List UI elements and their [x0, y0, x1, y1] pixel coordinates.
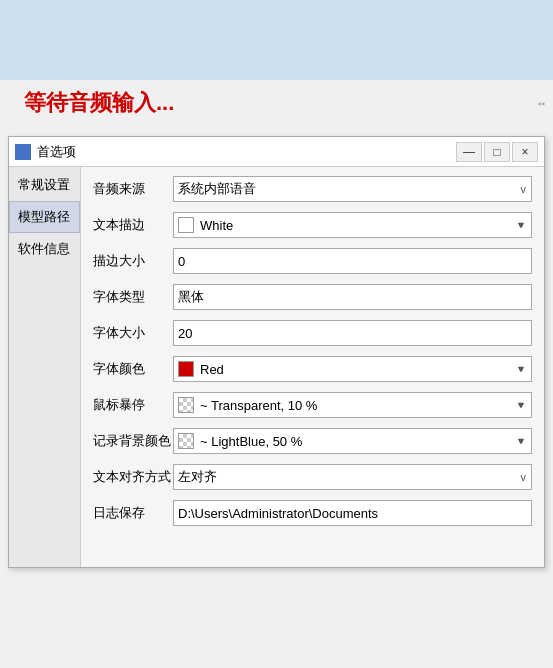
- white-color-swatch: [178, 217, 194, 233]
- font-size-label: 字体大小: [93, 324, 173, 342]
- log-save-row: 日志保存: [93, 499, 532, 527]
- sidebar-item-general[interactable]: 常规设置: [9, 169, 80, 201]
- font-type-input[interactable]: [173, 284, 532, 310]
- outline-size-row: 描边大小: [93, 247, 532, 275]
- font-color-row: 字体颜色 Red ▼: [93, 355, 532, 383]
- outline-size-control: [173, 248, 532, 274]
- font-type-row: 字体类型: [93, 283, 532, 311]
- close-button[interactable]: ×: [512, 142, 538, 162]
- text-outline-value: White: [200, 218, 233, 233]
- mouse-hover-control: ~ Transparent, 10 % ▼: [173, 392, 532, 418]
- mouse-hover-dropdown-wrapper: ~ Transparent, 10 % ▼: [173, 392, 532, 418]
- chevron-down-icon: ▼: [516, 364, 525, 374]
- mouse-hover-dropdown[interactable]: ~ Transparent, 10 % ▼: [173, 392, 532, 418]
- font-size-input[interactable]: [173, 320, 532, 346]
- font-size-row: 字体大小: [93, 319, 532, 347]
- audio-waiting-area: [0, 0, 553, 80]
- outline-size-label: 描边大小: [93, 252, 173, 270]
- font-color-control: Red ▼: [173, 356, 532, 382]
- font-type-control: [173, 284, 532, 310]
- text-outline-dropdown[interactable]: White ▼: [173, 212, 532, 238]
- bg-color-dropdown[interactable]: ~ LightBlue, 50 % ▼: [173, 428, 532, 454]
- audio-source-dropdown-wrapper: [173, 176, 532, 202]
- text-align-input[interactable]: [173, 464, 532, 490]
- bg-color-control: ~ LightBlue, 50 % ▼: [173, 428, 532, 454]
- bg-color-dropdown-wrapper: ~ LightBlue, 50 % ▼: [173, 428, 532, 454]
- mouse-hover-label: 鼠标暴停: [93, 396, 173, 414]
- preferences-icon: [15, 144, 31, 160]
- chevron-down-icon: ▼: [516, 400, 525, 410]
- window-controls: — □ ×: [456, 142, 538, 162]
- log-save-control: [173, 500, 532, 526]
- chevron-down-icon: ▼: [516, 436, 525, 446]
- font-size-control: [173, 320, 532, 346]
- text-outline-row: 文本描边 White ▼: [93, 211, 532, 239]
- font-type-label: 字体类型: [93, 288, 173, 306]
- mouse-hover-value: ~ Transparent, 10 %: [200, 398, 317, 413]
- dialog-body: 常规设置 模型路径 软件信息 音频来源 文本描边: [9, 167, 544, 567]
- bg-color-row: 记录背景颜色 ~ LightBlue, 50 % ▼: [93, 427, 532, 455]
- dialog-title: 首选项: [37, 143, 456, 161]
- sidebar-item-model-path[interactable]: 模型路径: [9, 201, 80, 233]
- transparent-color-swatch: [178, 397, 194, 413]
- bg-color-value: ~ LightBlue, 50 %: [200, 434, 302, 449]
- font-color-label: 字体颜色: [93, 360, 173, 378]
- log-save-label: 日志保存: [93, 504, 173, 522]
- bg-color-label: 记录背景颜色: [93, 432, 173, 450]
- font-color-dropdown-wrapper: Red ▼: [173, 356, 532, 382]
- lightblue-color-swatch: [178, 433, 194, 449]
- text-align-label: 文本对齐方式: [93, 468, 173, 486]
- waiting-text: 等待音频输入...: [8, 80, 190, 126]
- text-outline-control: White ▼: [173, 212, 532, 238]
- text-align-dropdown-wrapper: [173, 464, 532, 490]
- audio-source-control: [173, 176, 532, 202]
- title-bar: 首选项 — □ ×: [9, 137, 544, 167]
- sidebar-item-about[interactable]: 软件信息: [9, 233, 80, 265]
- text-outline-label: 文本描边: [93, 216, 173, 234]
- text-outline-dropdown-wrapper: White ▼: [173, 212, 532, 238]
- resize-icon: ▪▪: [538, 98, 545, 109]
- outline-size-input[interactable]: [173, 248, 532, 274]
- log-save-input[interactable]: [173, 500, 532, 526]
- minimize-button[interactable]: —: [456, 142, 482, 162]
- sidebar: 常规设置 模型路径 软件信息: [9, 167, 81, 567]
- preferences-dialog: 首选项 — □ × 常规设置 模型路径 软件信息 音频来源: [8, 136, 545, 568]
- maximize-button[interactable]: □: [484, 142, 510, 162]
- red-color-swatch: [178, 361, 194, 377]
- font-color-dropdown[interactable]: Red ▼: [173, 356, 532, 382]
- mouse-hover-row: 鼠标暴停 ~ Transparent, 10 % ▼: [93, 391, 532, 419]
- settings-panel: 音频来源 文本描边 White ▼: [81, 167, 544, 567]
- font-color-value: Red: [200, 362, 224, 377]
- audio-source-input[interactable]: [173, 176, 532, 202]
- text-align-row: 文本对齐方式: [93, 463, 532, 491]
- audio-source-label: 音频来源: [93, 180, 173, 198]
- audio-source-row: 音频来源: [93, 175, 532, 203]
- text-align-control: [173, 464, 532, 490]
- chevron-down-icon: ▼: [516, 220, 525, 230]
